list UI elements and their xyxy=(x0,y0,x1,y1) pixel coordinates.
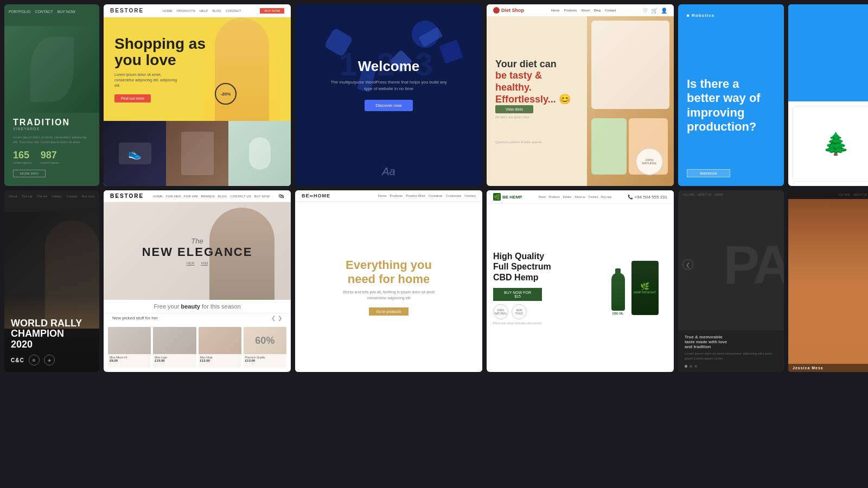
hemp-drought-product: 🌿 HEMP DROUGHT xyxy=(631,261,659,315)
product-4[interactable]: 60% Premium Quality £13.00 xyxy=(244,327,286,368)
rally-nav-about[interactable]: About xyxy=(9,195,17,198)
cbd-logo-text: BE HEMP xyxy=(502,195,522,200)
elegance-nav: HOME FOR HER FOR HIM BRANDS BLOG CONTACT… xyxy=(153,195,270,198)
rally-nav-gallery[interactable]: Gallery xyxy=(52,195,62,198)
pa-nav-about[interactable]: ABOUT US xyxy=(698,193,711,196)
behome-shop-button[interactable]: Go to products xyxy=(369,307,409,316)
behome-sub: Works and tells you all, Nothing is ipsu… xyxy=(335,290,443,301)
left-arrow-icon[interactable]: ❮ xyxy=(682,259,693,270)
rally-nav-car[interactable]: The car xyxy=(22,195,33,198)
cc-icon-2: ◈ xyxy=(44,355,55,365)
diet-nav-home[interactable]: Home xyxy=(551,9,559,12)
card-jessica: YOU ARE ABOUT US WORK Jessica Mess xyxy=(788,190,868,372)
rally-nav-buy[interactable]: Buy now xyxy=(82,195,94,198)
more-info-button[interactable]: MORE INFO xyxy=(13,170,46,177)
thumb-cosmetics[interactable] xyxy=(228,121,291,186)
e-nav-blog[interactable]: BLOG xyxy=(218,195,227,198)
e-nav-brands[interactable]: BRANDS xyxy=(201,195,214,198)
diet-hero: Your diet can be tasty & healthy. Effort… xyxy=(487,16,674,186)
dot-3[interactable] xyxy=(694,365,697,368)
aa-typography: Aa xyxy=(382,165,395,178)
diet-title-1: Your diet can xyxy=(495,59,557,69)
diet-nav-contact[interactable]: Contact xyxy=(605,9,616,12)
pa-nav-work[interactable]: WORK xyxy=(715,193,724,196)
shop-him[interactable]: HIM xyxy=(201,261,208,265)
diet-logo-icon xyxy=(493,7,500,14)
j-nav-1[interactable]: YOU ARE xyxy=(838,193,850,196)
nav-contact[interactable]: CONTACT xyxy=(35,10,53,14)
find-out-more-button[interactable]: Find out more xyxy=(114,94,151,102)
nav-products[interactable]: PRODUCTS xyxy=(177,9,195,12)
natural-badge: 100%NATURAL xyxy=(636,148,663,175)
cbd-nav-contact[interactable]: Contact xyxy=(589,195,598,198)
logo-bottom: 🌲 xyxy=(793,106,868,182)
cbd-products: CBD OIL 🌿 HEMP DROUGHT xyxy=(611,261,659,315)
cbd-nav-home[interactable]: Home xyxy=(539,195,546,198)
pa-nav-you[interactable]: YOU ARE xyxy=(682,193,694,196)
tradition-body: Lorem ipsum dolor sit amet, consectetur … xyxy=(13,135,91,144)
diet-title-3: Effortlessly... 😊 xyxy=(495,94,571,105)
e-nav-contact[interactable]: CONTACT US xyxy=(230,195,251,198)
dot-2[interactable] xyxy=(690,365,692,368)
behome-nav-home[interactable]: Home xyxy=(378,194,387,197)
nav-blog[interactable]: BLOG xyxy=(212,9,221,12)
product-2[interactable]: Miss Logo £15.00 xyxy=(153,327,196,368)
bag-icon[interactable]: 🛍 xyxy=(279,193,284,199)
product-3[interactable]: Miss Ninja £12.00 xyxy=(199,327,241,368)
elegance-text: The New Elegance HER HIM xyxy=(142,237,253,265)
nav-contact[interactable]: CONTACT xyxy=(226,9,241,12)
nav-portfolio[interactable]: PORTFOLIO xyxy=(9,10,30,14)
robotics-learn-button[interactable]: learnmore xyxy=(687,169,730,177)
product-2-img xyxy=(153,327,196,354)
thumb-fashion[interactable] xyxy=(166,121,228,186)
behome-nav-products[interactable]: Products xyxy=(390,194,403,197)
discover-button[interactable]: Discover now xyxy=(365,100,412,111)
behome-nav-contact[interactable]: Contact xyxy=(464,194,476,197)
stat-2: 987 Lorem ipsum xyxy=(41,150,60,164)
cbd-nav-products[interactable]: Products xyxy=(549,195,560,198)
shop-links: HER HIM xyxy=(142,261,253,265)
stat-1-label: Lorem ipsum xyxy=(13,161,32,164)
rally-nav-art[interactable]: The art xyxy=(37,195,47,198)
e-nav-her[interactable]: FOR HER xyxy=(166,195,181,198)
discount-badge: -20% xyxy=(215,83,237,105)
diet-hero-title: Your diet can be tasty & healthy. Effort… xyxy=(495,59,578,105)
product-3-price: £12.00 xyxy=(200,359,240,362)
cbd-nav-about[interactable]: About us xyxy=(575,195,585,198)
product-1[interactable]: Miss Album #1 £9.00 xyxy=(108,327,151,368)
nav-help[interactable]: HELP xyxy=(200,9,208,12)
the-tag: The xyxy=(142,237,253,245)
next-arrow[interactable]: ❯ xyxy=(278,315,282,321)
cbd-nav-buy[interactable]: Buy now xyxy=(601,195,611,198)
cart-buy-button[interactable]: BUY NOW xyxy=(260,8,284,14)
behome-nav-container[interactable]: Container xyxy=(429,194,443,197)
pa-hero: ❮ PA xyxy=(678,199,784,330)
e-nav-him[interactable]: FOR HIM xyxy=(184,195,197,198)
e-nav-home[interactable]: HOME xyxy=(153,195,163,198)
view-diets-button[interactable]: View diets xyxy=(495,105,533,113)
dot-1[interactable] xyxy=(685,365,687,368)
rally-nav: About The car The art Gallery Contact Bu… xyxy=(9,195,95,198)
rally-nav-contact[interactable]: Contact xyxy=(66,195,78,198)
bestore-logo: BESTORE xyxy=(110,8,144,14)
nav-home[interactable]: HOME xyxy=(163,9,173,12)
shop-her[interactable]: HER xyxy=(187,261,195,265)
thumb-sneakers[interactable]: 👟 xyxy=(104,121,166,186)
cbd-nav-details[interactable]: Details xyxy=(563,195,571,198)
page-wrapper: PORTFOLIO CONTACT BUY NOW TRADITION VINE… xyxy=(0,0,868,488)
cbd-title: High QualityFull SpectrumCBD Hemp xyxy=(493,251,596,282)
cbd-buy-button[interactable]: BUY NOW FOR $15 xyxy=(493,288,542,301)
e-nav-buy[interactable]: BUY NOW xyxy=(254,195,270,198)
bestore-hero: Shopping asyou love Lorem ipsum dolor si… xyxy=(104,17,291,121)
behome-nav-customize[interactable]: Customize xyxy=(446,194,461,197)
behome-hero: Everything youneed for home Works and te… xyxy=(295,202,482,372)
nav-buy[interactable]: BUY NOW xyxy=(58,10,75,14)
prev-arrow[interactable]: ❮ xyxy=(271,315,276,321)
behome-nav-wish[interactable]: Product Wish xyxy=(406,194,425,197)
diet-nav-blog[interactable]: Blog xyxy=(594,9,601,12)
pa-bottom: True & memorabletaste made with loveand … xyxy=(678,330,784,372)
diet-nav-about[interactable]: About xyxy=(581,9,590,12)
diet-nav-products[interactable]: Products xyxy=(564,9,577,12)
j-nav-2[interactable]: ABOUT US xyxy=(853,193,867,196)
diet-hero-right: 100%NATURAL xyxy=(587,16,674,186)
